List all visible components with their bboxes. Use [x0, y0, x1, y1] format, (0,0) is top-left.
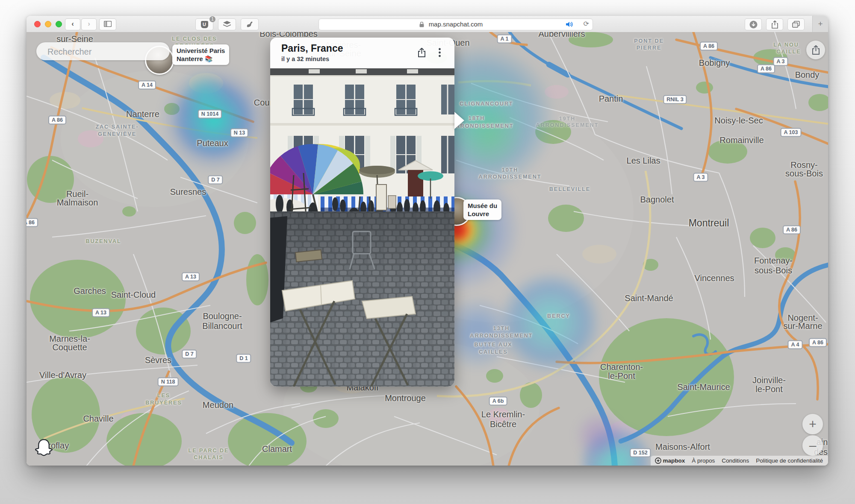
extension-badge: 1: [209, 16, 215, 22]
university-map-tag[interactable]: Univeristé Paris Nanterre 📚: [172, 44, 229, 65]
minimize-window-button[interactable]: [45, 21, 51, 27]
story-timestamp: il y a 32 minutes: [281, 56, 329, 62]
ublock-icon: U: [201, 21, 208, 28]
ghost-icon: [34, 438, 53, 458]
address-bar[interactable]: map.snapchat.com ⟳: [318, 18, 593, 30]
zoom-out-button[interactable]: –: [802, 435, 823, 456]
download-icon: [749, 21, 758, 29]
animal-icon: [246, 21, 254, 28]
forward-button[interactable]: ›: [81, 18, 97, 30]
map-share-button[interactable]: [806, 41, 825, 59]
tab-overview-button[interactable]: [787, 18, 805, 30]
extension-ublock-button[interactable]: U 1: [195, 18, 213, 30]
university-tag-line1: Univeristé Paris: [177, 47, 225, 55]
share-icon: [418, 48, 425, 57]
louvre-tag-line2: Louvre: [468, 210, 497, 218]
extension-animal-button[interactable]: [241, 18, 259, 30]
story-scene: [270, 68, 454, 387]
zoom-in-button[interactable]: +: [802, 414, 823, 434]
story-share-button[interactable]: [414, 45, 429, 60]
mapbox-logo[interactable]: mapbox: [655, 457, 685, 464]
downloads-button[interactable]: [745, 18, 762, 30]
plus-icon: +: [809, 417, 817, 431]
reload-icon[interactable]: ⟳: [584, 20, 589, 28]
audio-playing-icon[interactable]: [566, 21, 574, 27]
mapbox-icon: [655, 457, 661, 464]
story-card: Paris, France il y a 32 minutes: [270, 38, 454, 387]
attribution-link-conditions[interactable]: Conditions: [722, 457, 749, 464]
attribution-link-privacy[interactable]: Politique de confidentialité: [756, 457, 823, 464]
map-canvas[interactable]: sur-SeineBois-ColombesAsnières-sur-Seine…: [27, 32, 828, 466]
louvre-tag-line1: Musée du: [468, 202, 497, 210]
url-text: map.snapchat.com: [319, 19, 593, 30]
kebab-menu-icon: [439, 48, 441, 57]
next-story-arrow[interactable]: [454, 112, 464, 129]
snapchat-ghost-logo[interactable]: [34, 438, 53, 458]
attribution-link-apropos[interactable]: À propos: [692, 457, 715, 464]
share-icon: [812, 45, 820, 55]
map-attribution: mapbox À propos Conditions Politique de …: [651, 456, 828, 466]
browser-toolbar: ‹ › U 1: [27, 16, 828, 32]
search-input[interactable]: [47, 45, 155, 59]
back-button[interactable]: ‹: [65, 18, 80, 30]
new-tab-button[interactable]: +: [812, 16, 828, 32]
story-title: Paris, France: [281, 43, 343, 54]
story-card-header: Paris, France il y a 32 minutes: [270, 38, 454, 68]
close-window-button[interactable]: [34, 21, 41, 27]
story-video[interactable]: [270, 68, 454, 387]
tabs-icon: [792, 21, 800, 28]
louvre-map-tag[interactable]: Musée du Louvre: [463, 199, 501, 220]
university-tag-line2: Nanterre 📚: [177, 55, 225, 63]
extension-layers-button[interactable]: [218, 18, 236, 30]
share-button[interactable]: [766, 18, 783, 30]
browser-window: ‹ › U 1: [27, 16, 828, 466]
search-bar[interactable]: [36, 42, 170, 60]
mapbox-label: mapbox: [663, 457, 685, 464]
sidebar-icon: [104, 21, 112, 27]
sidebar-toggle-button[interactable]: [99, 18, 116, 30]
share-icon: [772, 21, 778, 29]
layers-icon: [223, 21, 231, 28]
zoom-window-button[interactable]: [56, 21, 62, 27]
minus-icon: –: [809, 438, 817, 453]
story-more-button[interactable]: [432, 45, 447, 60]
